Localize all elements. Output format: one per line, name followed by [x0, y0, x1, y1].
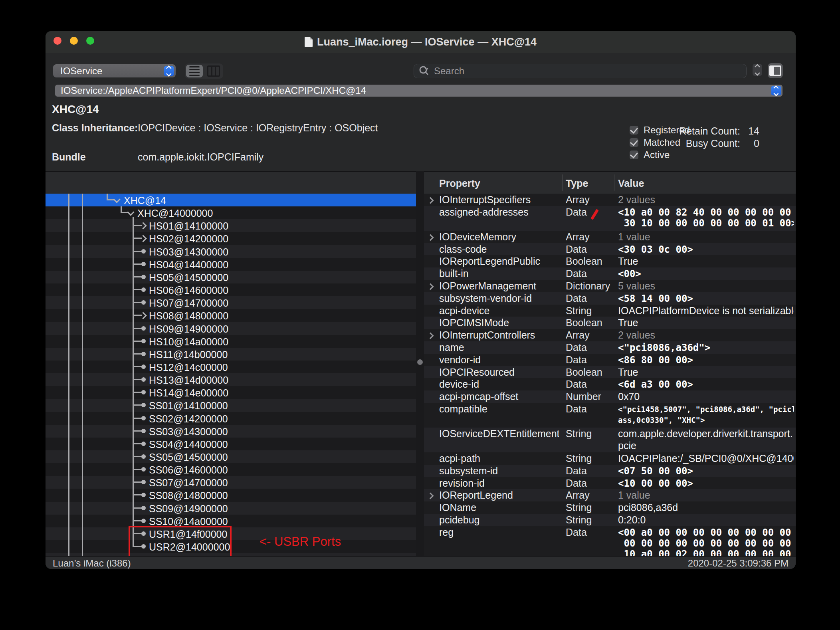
property-row[interactable]: regData<00 a0 00 00 00 00 00 00 00 00 00… [424, 526, 796, 556]
property-row[interactable]: IONameStringpci8086,a36d [424, 501, 796, 514]
bundle-label: Bundle [52, 151, 86, 163]
property-row[interactable]: revision-idData<10 00 00 00> [424, 477, 796, 489]
bundle-value: com.apple.iokit.IOPCIFamily [138, 151, 263, 163]
leaf-node-icon [141, 339, 146, 343]
plane-popup-button[interactable]: IOService [53, 64, 176, 77]
property-row[interactable]: IOPowerManagementDictionary5 values [424, 280, 796, 292]
tree-row-label: HS06@14600000 [149, 285, 228, 296]
column-divider[interactable] [562, 174, 563, 191]
close-button[interactable] [53, 37, 61, 45]
property-name: IOPCIResourced [439, 366, 559, 378]
tree-row[interactable]: HS08@14800000 [46, 309, 416, 322]
tree-row-label: HS12@14c00000 [149, 362, 228, 373]
property-row[interactable]: IOInterruptSpecifiersArray2 values [424, 194, 796, 206]
tree-row[interactable]: HS03@14300000 [46, 245, 416, 258]
property-value: <07 50 00 00> [618, 466, 794, 477]
property-row[interactable]: IODeviceMemoryArray1 value [424, 231, 796, 243]
splitter-handle[interactable] [417, 359, 423, 365]
zoom-button[interactable] [86, 37, 94, 45]
tree-row[interactable]: HS09@14900000 [46, 322, 416, 335]
property-type: Data [566, 526, 616, 538]
tree-row[interactable]: HS04@14400000 [46, 258, 416, 271]
property-row[interactable]: IOReportLegendPublicBooleanTrue [424, 255, 796, 267]
tree-row[interactable]: SS04@14400000 [46, 438, 416, 450]
property-row[interactable]: vendor-idData<86 80 00 00> [424, 354, 796, 366]
tree-connector [133, 251, 142, 252]
window-titlebar: Luans_iMac.ioreg — IOService — XHC@14 [46, 31, 796, 53]
leaf-node-icon [141, 365, 146, 369]
column-header-property[interactable]: Property [439, 178, 480, 189]
path-bar[interactable]: IOService:/AppleACPIPlatformExpert/PCI0@… [55, 85, 783, 97]
property-row[interactable]: acpi-pmcap-offsetNumber0x70 [424, 390, 796, 403]
property-row[interactable]: subsystem-idData<07 50 00 00> [424, 465, 796, 477]
property-name: IOReportLegendPublic [439, 255, 559, 267]
disclosure-chevron-icon[interactable] [427, 333, 434, 339]
property-row[interactable]: assigned-addressesData<10 a0 00 82 40 00… [424, 206, 796, 231]
tree-row-label: HS05@14500000 [149, 272, 228, 283]
history-stepper[interactable] [753, 64, 762, 76]
tree-row[interactable]: HS01@14100000 [46, 219, 416, 232]
column-divider[interactable] [614, 174, 614, 191]
property-value: <10 a0 00 82 40 00 00 00 00 00 30 10 00 … [618, 207, 794, 229]
leaf-node-icon [141, 352, 146, 356]
property-row[interactable]: pcidebugString0:20:0 [424, 514, 796, 526]
path-text: IOService:/AppleACPIPlatformExpert/PCI0@… [61, 85, 771, 96]
tree-row[interactable]: HS05@14500000 [46, 271, 416, 283]
tree-row[interactable]: HS14@14e00000 [46, 386, 416, 399]
property-row[interactable]: compatibleData<"pci1458,5007", "pci8086,… [424, 403, 796, 428]
tree-row[interactable]: SS08@14800000 [46, 489, 416, 501]
tree-row[interactable]: SS02@14200000 [46, 412, 416, 425]
search-field[interactable]: Search [414, 64, 747, 78]
search-icon [419, 65, 431, 77]
property-row[interactable]: IOPCIMSIModeBooleanTrue [424, 317, 796, 329]
tree-row[interactable]: SS07@14700000 [46, 476, 416, 489]
column-view-button[interactable] [205, 65, 222, 77]
property-row[interactable]: acpi-deviceStringIOACPIPlatformDevice is… [424, 305, 796, 317]
column-header-value[interactable]: Value [618, 178, 644, 189]
checkbox-active[interactable]: Active [630, 149, 670, 160]
tree-connector [133, 379, 142, 380]
tree-row-label: SS06@14600000 [149, 464, 228, 476]
tree-row[interactable]: SS05@14500000 [46, 450, 416, 463]
property-type: Data [566, 477, 616, 489]
tree-row[interactable]: HS12@14c00000 [46, 361, 416, 373]
tree-row[interactable]: XHC@14 [46, 194, 416, 206]
tree-row[interactable]: HS13@14d00000 [46, 373, 416, 386]
inspector-toggle-button[interactable] [768, 63, 783, 78]
property-row[interactable]: acpi-pathStringIOACPIPlane:/_SB/PCI0@0/X… [424, 452, 796, 465]
tree-connector [133, 456, 142, 457]
list-view-button[interactable] [186, 65, 203, 77]
property-row[interactable]: class-codeData<30 03 0c 00> [424, 243, 796, 256]
property-value: 2 values [618, 329, 794, 341]
leaf-node-icon [141, 275, 146, 279]
property-value: True [618, 366, 794, 378]
tree-row[interactable]: SS01@14100000 [46, 399, 416, 412]
disclosure-chevron-icon[interactable] [427, 493, 434, 499]
minimize-button[interactable] [70, 37, 78, 45]
disclosure-chevron-icon[interactable] [427, 283, 434, 290]
tree-row[interactable]: SS03@14300000 [46, 425, 416, 438]
property-row[interactable]: IOInterruptControllersArray2 values [424, 329, 796, 341]
tree-row[interactable]: SS09@14900000 [46, 502, 416, 515]
tree-row[interactable]: HS11@14b00000 [46, 348, 416, 361]
column-header-type[interactable]: Type [566, 178, 588, 189]
property-row[interactable]: subsystem-vendor-idData<58 14 00 00> [424, 292, 796, 305]
disclosure-chevron-icon[interactable] [427, 234, 434, 241]
status-machine: Luan’s iMac (i386) [53, 558, 131, 569]
tree-row[interactable]: HS02@14200000 [46, 232, 416, 245]
checkbox-matched[interactable]: Matched [630, 137, 680, 148]
property-row[interactable]: IOPCIResourcedBooleanTrue [424, 366, 796, 378]
property-row[interactable]: device-idData<6d a3 00 00> [424, 378, 796, 390]
property-row[interactable]: IOServiceDEXTEntitlementsStringcom.apple… [424, 428, 796, 452]
disclosure-chevron-icon[interactable] [427, 197, 434, 204]
registry-tree: XHC@14XHC@14000000HS01@14100000HS02@1420… [46, 194, 416, 556]
tree-row[interactable]: XHC@14000000 [46, 206, 416, 219]
property-row[interactable]: IOReportLegendArray1 value [424, 489, 796, 501]
tree-row[interactable]: SS06@14600000 [46, 463, 416, 476]
tree-row[interactable]: HS06@14600000 [46, 283, 416, 296]
property-row[interactable]: nameData<"pci8086,a36d"> [424, 341, 796, 354]
checkbox-icon [630, 138, 638, 147]
tree-row[interactable]: HS07@14700000 [46, 296, 416, 309]
property-row[interactable]: built-inData<00> [424, 267, 796, 280]
tree-row[interactable]: HS10@14a00000 [46, 335, 416, 348]
